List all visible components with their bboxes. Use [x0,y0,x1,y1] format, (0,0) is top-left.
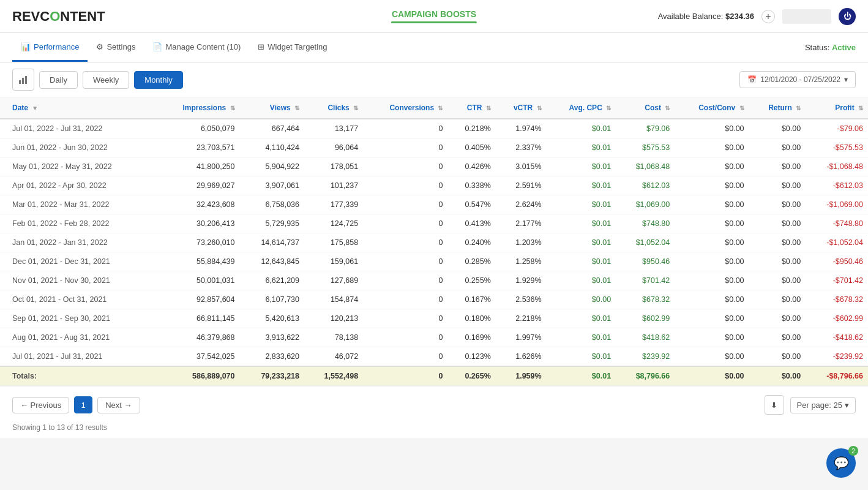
tab-manage-content[interactable]: 📄 Manage Content (10) [144,33,249,62]
power-button[interactable]: ⏻ [839,8,856,25]
cell-return: $0.00 [749,309,806,328]
download-icon: ⬇ [771,401,777,410]
cell-return: $0.00 [749,214,806,233]
cell-impressions: 41,800,250 [157,157,240,176]
table-row: Feb 01, 2022 - Feb 28, 2022 30,206,413 5… [0,214,868,233]
cell-vctr: 2.218% [496,309,547,328]
cell-cost-conv: $0.00 [675,214,749,233]
totals-clicks: 1,552,498 [304,366,363,386]
sort-icon-return: ⇅ [796,105,801,111]
cell-views: 5,904,922 [240,157,304,176]
table-row: Apr 01, 2022 - Apr 30, 2022 29,969,027 3… [0,176,868,195]
tab-settings[interactable]: ⚙ Settings [88,33,144,62]
cell-ctr: 0.285% [447,252,495,271]
table-row: May 01, 2022 - May 31, 2022 41,800,250 5… [0,157,868,176]
cell-vctr: 1.258% [496,252,547,271]
cell-vctr: 1.974% [496,119,547,138]
cell-cost-conv: $0.00 [675,290,749,309]
cell-return: $0.00 [749,347,806,367]
col-views[interactable]: Views ⇅ [240,97,304,119]
cell-cost: $79.06 [616,119,675,138]
nav-center: CAMPAIGN BOOSTS [386,9,482,23]
cell-cost-conv: $0.00 [675,328,749,347]
daily-button[interactable]: Daily [39,71,78,89]
add-balance-button[interactable]: + [761,10,775,23]
cell-views: 4,110,424 [240,138,304,157]
tab-widget-targeting[interactable]: ⊞ Widget Targeting [249,33,335,62]
table-header-row: Date ▼ Impressions ⇅ Views ⇅ Clicks ⇅ Co… [0,97,868,119]
tab-performance[interactable]: 📊 Performance [12,33,88,62]
cell-conversions: 0 [363,233,447,252]
next-button[interactable]: Next → [97,397,140,413]
cell-conversions: 0 [363,138,447,157]
cell-return: $0.00 [749,233,806,252]
cell-conversions: 0 [363,309,447,328]
cell-profit: -$1,069.00 [806,195,868,214]
header-right: Available Balance: $234.36 + ⏻ [658,8,856,25]
cell-impressions: 30,206,413 [157,214,240,233]
prev-button[interactable]: ← Previous [12,397,69,413]
col-cost[interactable]: Cost ⇅ [616,97,675,119]
cell-impressions: 73,260,010 [157,233,240,252]
campaign-boosts-tab[interactable]: CAMPAIGN BOOSTS [386,9,482,19]
sort-icon-date: ▼ [32,105,38,111]
sort-icon-cost-conv: ⇅ [739,105,744,111]
cell-profit: -$1,052.04 [806,233,868,252]
col-impressions[interactable]: Impressions ⇅ [157,97,240,119]
table-row: Oct 01, 2021 - Oct 31, 2021 92,857,604 6… [0,290,868,309]
cell-avg-cpc: $0.01 [547,119,616,138]
sort-icon-cost: ⇅ [665,105,670,111]
totals-profit: -$8,796.66 [806,366,868,386]
cell-cost: $748.80 [616,214,675,233]
col-clicks[interactable]: Clicks ⇅ [304,97,363,119]
table-row: Sep 01, 2021 - Sep 30, 2021 66,811,145 5… [0,309,868,328]
monthly-button[interactable]: Monthly [134,71,183,89]
svg-rect-0 [19,80,21,84]
cell-date: Oct 01, 2021 - Oct 31, 2021 [0,290,157,309]
col-ctr[interactable]: CTR ⇅ [447,97,495,119]
page-1-button[interactable]: 1 [74,396,92,413]
weekly-button[interactable]: Weekly [83,71,129,89]
cell-vctr: 2.177% [496,214,547,233]
cell-conversions: 0 [363,347,447,367]
cell-date: Jul 01, 2021 - Jul 31, 2021 [0,347,157,367]
col-date[interactable]: Date ▼ [0,97,157,119]
table-row: Mar 01, 2022 - Mar 31, 2022 32,423,608 6… [0,195,868,214]
col-profit[interactable]: Profit ⇅ [806,97,868,119]
totals-cost: $8,796.66 [616,366,675,386]
cell-date: Apr 01, 2022 - Apr 30, 2022 [0,176,157,195]
cell-vctr: 1.997% [496,328,547,347]
cell-ctr: 0.338% [447,176,495,195]
cell-clicks: 154,874 [304,290,363,309]
balance-label: Available Balance: $234.36 [658,12,754,21]
avatar [782,9,831,24]
cell-clicks: 124,725 [304,214,363,233]
chart-toggle-button[interactable] [12,69,34,91]
cell-impressions: 23,703,571 [157,138,240,157]
per-page-selector[interactable]: Per page: 25 ▾ [790,397,856,413]
table-row: Jul 01, 2021 - Jul 31, 2021 37,542,025 2… [0,347,868,367]
manage-content-icon: 📄 [152,42,162,51]
col-vctr[interactable]: vCTR ⇅ [496,97,547,119]
col-cost-conv[interactable]: Cost/Conv ⇅ [675,97,749,119]
pagination-right: ⬇ Per page: 25 ▾ [765,395,856,415]
cell-return: $0.00 [749,195,806,214]
date-range-picker[interactable]: 📅 12/01/2020 - 07/25/2022 ▾ [739,71,856,88]
cell-avg-cpc: $0.01 [547,138,616,157]
cell-views: 3,913,622 [240,328,304,347]
logo: REVCONTENT [12,9,105,24]
cell-date: Aug 01, 2021 - Aug 31, 2021 [0,328,157,347]
settings-icon: ⚙ [96,42,103,51]
cell-ctr: 0.405% [447,138,495,157]
cell-return: $0.00 [749,138,806,157]
download-button[interactable]: ⬇ [765,395,784,415]
cell-conversions: 0 [363,328,447,347]
status-area: Status: Active [805,43,856,52]
col-conversions[interactable]: Conversions ⇅ [363,97,447,119]
col-avg-cpc[interactable]: Avg. CPC ⇅ [547,97,616,119]
sort-icon-vctr: ⇅ [537,105,542,111]
col-return[interactable]: Return ⇅ [749,97,806,119]
cell-ctr: 0.218% [447,119,495,138]
cell-cost: $701.42 [616,271,675,290]
cell-views: 12,643,845 [240,252,304,271]
